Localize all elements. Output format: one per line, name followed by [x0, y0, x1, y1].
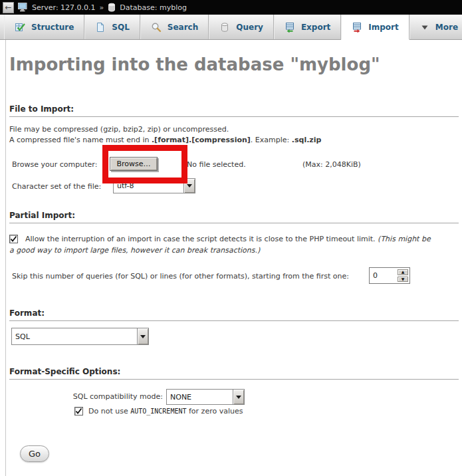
- chevron-down-icon: [420, 23, 429, 32]
- tab-sql[interactable]: SQL: [84, 15, 140, 39]
- charset-select[interactable]: utf-8: [113, 178, 195, 193]
- sql-icon: [95, 22, 106, 33]
- breadcrumb-bar: ← Server: 127.0.0.1 » Database: myblog: [0, 0, 462, 15]
- section-heading-format-specific-options: Format-Specific Options:: [9, 367, 459, 380]
- spinner-down-icon[interactable]: ▼: [398, 277, 408, 283]
- import-icon: [352, 22, 362, 33]
- tab-import[interactable]: Import: [341, 15, 409, 40]
- skip-queries-value: 0: [370, 268, 378, 283]
- structure-icon: [15, 22, 25, 33]
- tab-label: Structure: [31, 23, 74, 32]
- tab-label: Export: [301, 23, 330, 32]
- charset-selected-value: utf-8: [114, 179, 183, 193]
- allow-interrupt-row: Allow the interruption of an import in c…: [9, 233, 459, 256]
- tab-bar: Structure SQL Search: [0, 15, 462, 40]
- sql-compat-selected-value: NONE: [167, 390, 233, 404]
- compression-info-line: File may be compressed (gzip, bzip2, zip…: [9, 125, 229, 134]
- sql-compat-label: SQL compatibility mode:: [6, 392, 163, 401]
- auto-increment-row: Do not use AUTO_INCREMENT for zero value…: [74, 407, 243, 416]
- back-button[interactable]: ←: [3, 2, 14, 13]
- breadcrumb-separator: »: [100, 3, 104, 12]
- filename-rule-pattern: .[format].[compression]: [152, 136, 251, 144]
- check-icon: [75, 408, 82, 415]
- tab-label: Search: [168, 23, 198, 32]
- tab-structure[interactable]: Structure: [4, 15, 84, 39]
- browse-computer-label: Browse your computer:: [12, 160, 97, 169]
- phpmyadmin-import-page: ← Server: 127.0.0.1 » Database: myblog: [0, 0, 462, 476]
- breadcrumb-server[interactable]: Server: 127.0.0.1: [32, 3, 96, 12]
- main-content: Importing into the database "myblog" Fil…: [5, 40, 462, 476]
- section-heading-format: Format:: [9, 308, 459, 321]
- allow-interrupt-text: Allow the interruption of an import in c…: [25, 235, 376, 243]
- search-icon: [151, 22, 162, 33]
- tab-label: More: [435, 23, 458, 32]
- page-title: Importing into the database "myblog": [9, 55, 380, 74]
- sql-compat-select[interactable]: NONE: [166, 389, 245, 405]
- database-icon: [108, 3, 116, 12]
- charset-label: Character set of the file:: [12, 182, 101, 191]
- spinner-buttons: ▲ ▼: [396, 268, 409, 283]
- tab-query[interactable]: Query: [209, 15, 274, 39]
- max-upload-size: (Max: 2,048KiB): [302, 160, 361, 169]
- tab-more[interactable]: More: [409, 15, 462, 39]
- tab-label: Import: [368, 23, 398, 32]
- format-selected-value: SQL: [12, 328, 137, 344]
- filename-rule-mid: . Example:: [251, 136, 292, 144]
- section-heading-file-to-import: File to Import:: [9, 104, 459, 117]
- filename-rule-example: .sql.zip: [292, 136, 322, 144]
- allow-interrupt-checkbox[interactable]: [9, 235, 18, 243]
- tab-label: Query: [236, 23, 263, 32]
- filename-rule-prefix: A compressed file's name must end in: [9, 136, 152, 144]
- dropdown-arrow-icon[interactable]: [183, 179, 195, 193]
- go-button[interactable]: Go: [20, 445, 49, 462]
- allow-interrupt-note-line1: (This might be: [378, 235, 431, 243]
- format-select[interactable]: SQL: [11, 328, 149, 345]
- server-icon: [18, 3, 28, 12]
- query-icon: [219, 22, 230, 33]
- filename-rule-line: A compressed file's name must end in .[f…: [9, 136, 321, 144]
- export-icon: [285, 22, 295, 33]
- skip-queries-label: Skip this number of queries (for SQL) or…: [12, 272, 349, 281]
- auto-increment-text: Do not use AUTO_INCREMENT for zero value…: [88, 407, 243, 416]
- section-heading-partial-import: Partial Import:: [9, 211, 459, 223]
- dropdown-arrow-icon[interactable]: [137, 328, 148, 344]
- allow-interrupt-note-line2: a good way to import large files, howeve…: [9, 246, 260, 255]
- auto-increment-checkbox[interactable]: [74, 407, 83, 416]
- auto-increment-keyword: AUTO_INCREMENT: [130, 408, 186, 415]
- breadcrumb-database[interactable]: Database: myblog: [120, 3, 187, 12]
- check-icon: [10, 235, 17, 243]
- skip-queries-input[interactable]: 0 ▲ ▼: [369, 267, 410, 284]
- spinner-up-icon[interactable]: ▲: [398, 269, 408, 275]
- no-file-selected-text: No file selected.: [187, 160, 246, 169]
- browse-button[interactable]: Browse…: [110, 157, 158, 171]
- tab-search[interactable]: Search: [140, 15, 209, 39]
- tab-export[interactable]: Export: [274, 15, 341, 39]
- tab-label: SQL: [112, 23, 130, 32]
- dropdown-arrow-icon[interactable]: [233, 390, 244, 404]
